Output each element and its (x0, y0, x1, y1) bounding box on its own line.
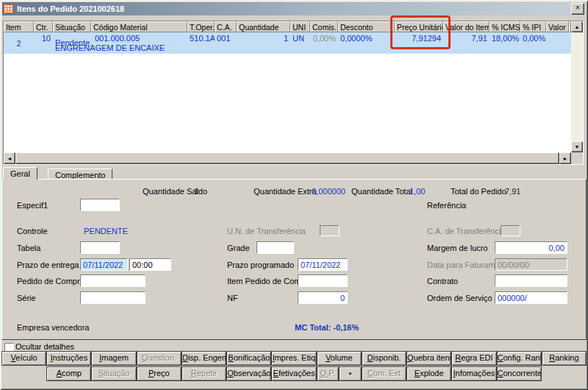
disponib-button[interactable]: Disponib. (362, 351, 406, 366)
impres-etiq-button[interactable]: Impres. Etiq. (271, 351, 316, 366)
button-bar-row2: Acomp Situação Preço Repetir Observação … (1, 366, 587, 381)
ranking-button[interactable]: Ranking (542, 351, 587, 366)
column-header-situacao[interactable]: Situação (53, 21, 91, 32)
column-header-codigo-material[interactable]: Código Material (91, 21, 187, 32)
margem-lucro-label: Margem de lucro (427, 244, 488, 252)
title-bar[interactable]: Itens do Pedido 2021002618 × (2, 2, 586, 15)
imagem-button[interactable]: Imagem (91, 351, 136, 366)
regra-edi-button[interactable]: Regra EDI (451, 351, 496, 366)
question-button[interactable]: Question. (137, 351, 182, 366)
cell-quantidade: 1 (237, 34, 290, 43)
contrato-label: Contrato (427, 277, 458, 286)
prazo-programado-input[interactable] (298, 258, 348, 271)
items-grid: Item Ctr. Situação Código Material T.Ope… (3, 21, 584, 165)
close-button[interactable]: × (571, 3, 584, 15)
quantidade-extra-label: Quantidade Extra (254, 187, 317, 196)
scroll-right-button[interactable]: ► (559, 152, 571, 164)
config-rank-button[interactable]: Config. Rank. (497, 351, 542, 366)
repetir-button[interactable]: Repetir (182, 366, 226, 381)
ca-transferencia-input (501, 225, 520, 236)
tab-panel-geral: Quantidade Saldo 1 Quantidade Extra 0,00… (1, 179, 587, 340)
bonificacao-button[interactable]: Bonificação (226, 351, 271, 366)
scroll-up-button[interactable]: ▲ (571, 21, 583, 32)
column-header-icms[interactable]: % ICMS (490, 21, 520, 32)
column-header-ipi[interactable]: % IPI (520, 21, 546, 32)
column-header-ctr[interactable]: Ctr. (34, 21, 53, 32)
situacao-button[interactable]: Situação (91, 366, 136, 381)
data-faturamento-input (495, 258, 567, 271)
op-dropdown-button[interactable]: ▼ (339, 366, 362, 381)
column-header-quantidade[interactable]: Quantidade (237, 21, 290, 32)
button-row2-spacer-left (1, 366, 46, 381)
table-row-selected[interactable]: 2 10 Pendente 001.000.005 510.1A 001 1 U… (4, 32, 571, 54)
referencia-label: Referência (427, 201, 466, 210)
tab-geral[interactable]: Geral (3, 167, 37, 180)
preco-button[interactable]: Preço (137, 366, 182, 381)
contrato-input[interactable] (495, 274, 567, 287)
horizontal-scrollbar[interactable]: ◄ ► (4, 152, 571, 164)
column-header-desconto[interactable]: Desconto (338, 21, 395, 32)
especif1-input[interactable] (80, 199, 120, 211)
op-button[interactable]: O.P. (317, 366, 340, 381)
prazo-entrega-input[interactable] (80, 258, 128, 271)
disp-engenh-button[interactable]: Disp. Engenh. (182, 351, 226, 366)
cell-comis: 0,00% (310, 34, 338, 43)
tab-geral-label: Geral (10, 169, 30, 178)
total-do-pedido-label: Total do Pedido (451, 187, 506, 196)
quantidade-saldo-value: 1 (194, 187, 198, 196)
item-pedido-compra-input[interactable] (298, 274, 348, 287)
veiculo-button[interactable]: Veículo (1, 351, 46, 366)
up-arrow-icon: ▲ (575, 24, 580, 29)
serie-input[interactable] (80, 291, 146, 304)
pedido-compra-input[interactable] (80, 274, 146, 287)
infomacoes-button[interactable]: Infomações (451, 366, 496, 381)
prazo-entrega-hora-input[interactable] (129, 258, 171, 271)
op-button-group: O.P. ▼ (317, 366, 362, 381)
controle-label: Controle (17, 227, 48, 235)
right-arrow-icon: ► (563, 156, 568, 161)
com-ext-button[interactable]: Com. Ext (362, 366, 406, 381)
quantidade-total-label: Quantidade Total (351, 187, 412, 196)
observacao-button[interactable]: Observação (226, 366, 271, 381)
vertical-scrollbar[interactable]: ▲ ▼ (571, 21, 583, 152)
column-header-preco-unitario[interactable]: Preço Unitário (395, 21, 443, 32)
cell-descricao: ENGRENAGEM DE ENCAIXE (53, 43, 288, 52)
margem-lucro-input[interactable] (495, 241, 567, 254)
efetivacoes-button[interactable]: Efetivações (271, 366, 316, 381)
nf-input[interactable] (298, 291, 348, 304)
horizontal-scroll-thumb[interactable] (15, 152, 559, 164)
column-header-uni[interactable]: UNI (290, 21, 310, 32)
cell-codigo-material: 001.000.005 (91, 34, 187, 43)
column-header-ca[interactable]: C.A. (215, 21, 237, 32)
instrucoes-button[interactable]: Instruções (46, 351, 91, 366)
grade-input[interactable] (257, 241, 294, 254)
column-header-item[interactable]: Item (4, 21, 34, 32)
explode-button[interactable]: Explode (406, 366, 451, 381)
mc-total-value: MC Total: -0,16% (295, 323, 359, 332)
cell-preco-unitario: 7,91294 (395, 34, 443, 43)
serie-label: Série (17, 294, 36, 302)
prazo-entrega-label: Prazo de entrega (17, 260, 79, 269)
quebra-itens-button[interactable]: Quebra itens (406, 351, 451, 366)
un-transferencia-input (320, 225, 340, 236)
scroll-down-button[interactable]: ▼ (571, 141, 583, 152)
tab-complemento[interactable]: Complemento (48, 169, 112, 180)
tabela-input[interactable] (80, 241, 120, 254)
total-do-pedido-value: 7,91 (505, 187, 520, 196)
scroll-left-button[interactable]: ◄ (4, 152, 15, 164)
cell-ctr: 10 (34, 34, 53, 43)
acomp-button[interactable]: Acomp (46, 366, 91, 381)
grid-header-row: Item Ctr. Situação Código Material T.Ope… (4, 21, 571, 32)
column-header-valor-do-item[interactable]: Valor do Item (443, 21, 490, 32)
pedido-compra-label: Pedido de Compra (17, 277, 85, 286)
cell-uni: UN (290, 34, 310, 43)
concorrente-button[interactable]: Concorrente (497, 366, 542, 381)
grade-label: Grade (227, 244, 250, 252)
column-header-t-oper[interactable]: T.Oper. (187, 21, 215, 32)
volume-button[interactable]: Volume (317, 351, 362, 366)
ordem-servico-input[interactable] (495, 291, 567, 304)
especif1-label: Especif1 (17, 201, 48, 210)
scrollbar-corner (571, 152, 583, 164)
column-header-comis[interactable]: Comis. (310, 21, 338, 32)
column-header-valor-ipi[interactable]: Valor IPI (546, 21, 569, 32)
